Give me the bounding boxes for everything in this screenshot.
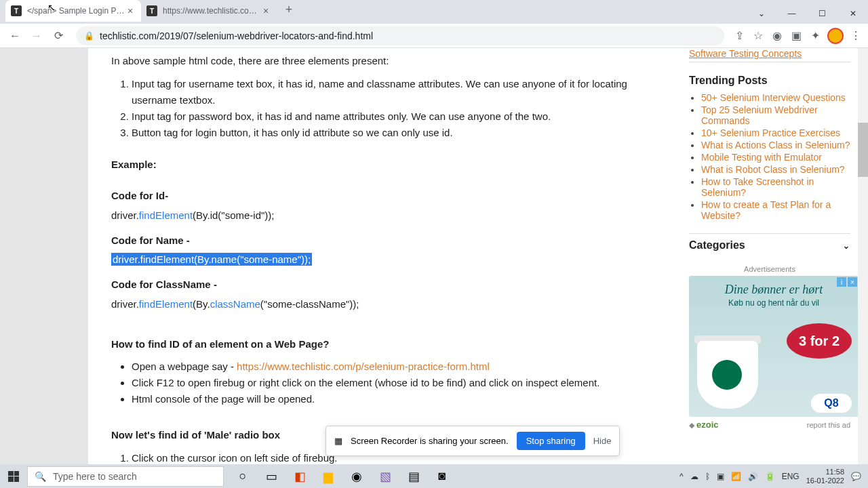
notepad-icon[interactable]: ▤	[400, 464, 427, 488]
share-indicator-icon: ▦	[334, 436, 342, 446]
office-icon[interactable]: ◧	[286, 464, 313, 488]
tab-title: </span> Sample Login Page <s	[27, 6, 125, 16]
scrollbar-thumb[interactable]	[858, 123, 868, 177]
code-class-label: Code for ClassName	[111, 279, 211, 290]
tab-1[interactable]: T </span> Sample Login Page <s ×	[5, 0, 141, 22]
trending-link[interactable]: 50+ Selenium Interview Questions	[701, 92, 846, 103]
page-content: In above sample html code, there are thr…	[0, 48, 868, 464]
close-icon[interactable]: ×	[125, 5, 136, 16]
sidebar: Software Testing Concepts Trending Posts…	[678, 48, 861, 464]
code-id-label: Code for Id	[111, 190, 165, 201]
ezoic-logo: ezoic	[696, 420, 719, 430]
notifications-icon[interactable]: 💬	[851, 472, 861, 481]
start-button[interactable]	[0, 464, 27, 488]
ad-close-icon[interactable]: ×	[848, 277, 857, 287]
date-text: 16-01-2022	[806, 476, 844, 485]
report-ad-link[interactable]: report this ad	[807, 421, 850, 429]
trending-link[interactable]: 10+ Selenium Practice Exercises	[701, 127, 840, 138]
forward-button[interactable]: →	[27, 26, 46, 45]
taskbar-icons: ○ ▭ ◧ ▆ ◉ ▧ ▤ ◙	[229, 464, 456, 488]
list-item: Input tag for username text box, it has …	[132, 76, 655, 108]
trending-link[interactable]: How to Take Screenshot in Selenium?	[701, 176, 814, 198]
list-item: Open a webpage say - https://www.techlis…	[132, 359, 655, 375]
list-item: Click F12 to open firebug or right click…	[132, 375, 655, 391]
battery-icon[interactable]: 🔋	[765, 472, 775, 481]
lock-icon: 🔒	[84, 31, 94, 41]
list-item: Html console of the page will be opened.	[132, 391, 655, 407]
wifi-icon[interactable]: 📶	[731, 472, 741, 481]
trending-link[interactable]: What is Actions Class in Selenium?	[701, 140, 850, 150]
howto-list: Open a webpage say - https://www.techlis…	[132, 359, 655, 407]
favicon: T	[11, 5, 22, 16]
ad-label: Advertisements	[689, 265, 850, 273]
new-tab-button[interactable]: +	[279, 0, 298, 19]
address-bar: ← → ⟳ 🔒 techlistic.com/2019/07/selenium-…	[0, 24, 868, 48]
back-button[interactable]: ←	[5, 26, 24, 45]
chevron-down-icon: ⌄	[842, 240, 850, 251]
reload-button[interactable]: ⟳	[49, 26, 68, 45]
camera-icon[interactable]: ◙	[429, 464, 456, 488]
windows-logo-icon	[8, 471, 19, 482]
taskview-icon[interactable]: ▭	[258, 464, 285, 488]
menu-icon[interactable]: ⋮	[849, 29, 863, 43]
share-icon[interactable]: ⇪	[732, 29, 746, 43]
trending-list: 50+ Selenium Interview Questions Top 25 …	[701, 92, 850, 221]
search-placeholder: Type here to search	[53, 471, 137, 482]
list-item: Button tag for login button, it has only…	[132, 125, 655, 141]
taskbar: 🔍 Type here to search ○ ▭ ◧ ▆ ◉ ▧ ▤ ◙ ^ …	[0, 464, 868, 488]
trending-link[interactable]: What is Robot Class in Selenium?	[701, 164, 845, 175]
advertisement[interactable]: i × Dine bønner er hørt Køb nu og hent n…	[689, 276, 859, 417]
extensions-icon[interactable]: ✦	[808, 29, 822, 43]
sidebar-link-cut[interactable]: Software Testing Concepts	[689, 48, 802, 59]
list-item: Input tag for password box, it has id an…	[132, 108, 655, 125]
system-tray: ^ ☁ ᛒ ▣ 📶 🔊 🔋 ENG 11:58 16-01-2022 💬	[673, 468, 868, 484]
window-controls: ⌄ — ☐ ✕	[746, 3, 868, 24]
hide-button[interactable]: Hide	[593, 436, 612, 446]
profile-avatar[interactable]	[827, 28, 844, 44]
trending-heading: Trending Posts	[689, 75, 850, 87]
scrollbar[interactable]	[858, 48, 868, 464]
onedrive-icon[interactable]: ☁	[690, 472, 698, 481]
tray-chevron-icon[interactable]: ^	[679, 472, 684, 481]
elements-list: Input tag for username text box, it has …	[132, 76, 655, 141]
trending-link[interactable]: Top 25 Selenium Webdriver Commands	[701, 104, 818, 126]
extension-icon[interactable]: ▣	[789, 29, 803, 43]
trending-link[interactable]: How to create a Test Plan for a Website?	[701, 199, 831, 221]
tab-2[interactable]: T https://www.techlistic.com/p/sel ×	[141, 0, 277, 22]
starbucks-logo-icon	[712, 360, 742, 390]
bookmark-icon[interactable]: ☆	[751, 29, 765, 43]
clock[interactable]: 11:58 16-01-2022	[806, 468, 844, 484]
close-button[interactable]: ✕	[837, 3, 868, 24]
tray-icon[interactable]: ▣	[717, 472, 724, 481]
tab-title: https://www.techlistic.com/p/sel	[163, 6, 260, 16]
categories-toggle[interactable]: Categories ⌄	[689, 233, 850, 257]
stop-sharing-button[interactable]: Stop sharing	[517, 432, 585, 450]
chrome-icon[interactable]: ◉	[343, 464, 370, 488]
practice-form-link[interactable]: https://www.techlistic.com/p/selenium-pr…	[237, 361, 490, 372]
minimize-button[interactable]: —	[776, 3, 807, 24]
explorer-icon[interactable]: ▆	[315, 464, 342, 488]
highlighted-code: driver.findElement(By.name("some-name"))…	[111, 253, 312, 266]
ad-subtext: Køb nu og hent når du vil	[689, 298, 859, 308]
extension-icon[interactable]: ◉	[770, 29, 784, 43]
volume-icon[interactable]: 🔊	[748, 472, 758, 481]
ezoic-row: ◆ ezoic report this ad	[689, 420, 850, 430]
trending-link[interactable]: Mobile Testing with Emulator	[701, 152, 822, 163]
language-indicator[interactable]: ENG	[782, 472, 800, 481]
ad-info-icon[interactable]: i	[837, 277, 846, 287]
code-line-id: driver.findElement(By.id("some-id"));	[111, 209, 655, 221]
caret-down-icon[interactable]: ⌄	[746, 3, 776, 24]
app-icon[interactable]: ▧	[372, 464, 399, 488]
taskbar-search[interactable]: 🔍 Type here to search	[27, 466, 224, 487]
url-text: techlistic.com/2019/07/selenium-webdrive…	[100, 30, 373, 41]
close-icon[interactable]: ×	[260, 5, 271, 16]
url-input[interactable]: 🔒 techlistic.com/2019/07/selenium-webdri…	[76, 26, 724, 45]
toolbar-icons: ⇪ ☆ ◉ ▣ ✦ ⋮	[732, 28, 863, 44]
maximize-button[interactable]: ☐	[807, 3, 837, 24]
bluetooth-icon[interactable]: ᛒ	[705, 472, 710, 481]
howto-heading: How to find ID of an element on a Web Pa…	[111, 337, 655, 352]
screen-share-bar: ▦ Screen Recorder is sharing your screen…	[326, 426, 620, 456]
cortana-icon[interactable]: ○	[229, 464, 256, 488]
ad-badge: 3 for 2	[787, 323, 852, 359]
article-main: In above sample html code, there are thr…	[88, 48, 678, 464]
